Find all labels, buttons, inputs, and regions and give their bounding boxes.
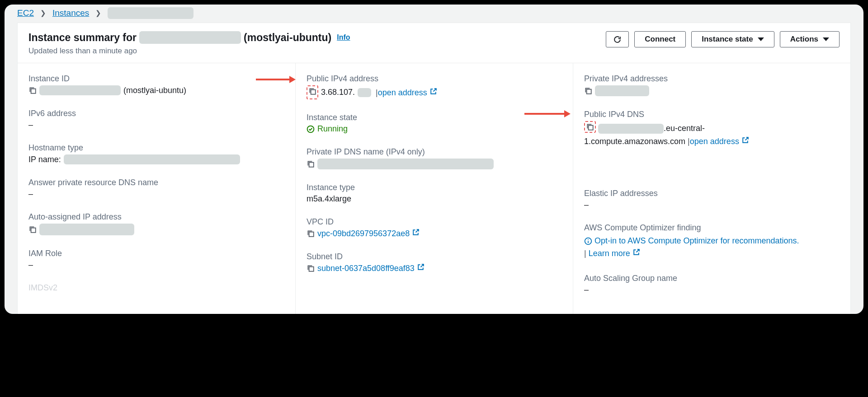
label-subnet-id: Subnet ID bbox=[307, 252, 562, 262]
breadcrumb-instances[interactable]: Instances bbox=[52, 8, 89, 18]
breadcrumb-instance-id-redacted bbox=[108, 7, 193, 19]
copy-icon[interactable] bbox=[307, 264, 315, 272]
info-link[interactable]: Info bbox=[337, 33, 350, 42]
chevron-right-icon: ❯ bbox=[95, 9, 101, 17]
open-address-link[interactable]: open address bbox=[378, 88, 437, 97]
label-instance-state: Instance state bbox=[307, 113, 562, 122]
label-hostname-type: Hostname type bbox=[28, 143, 284, 153]
copy-icon[interactable] bbox=[307, 160, 315, 168]
optimizer-link[interactable]: Opt-in to AWS Compute Optimizer for reco… bbox=[594, 236, 799, 245]
svg-rect-4 bbox=[311, 90, 316, 94]
external-link-icon bbox=[412, 229, 420, 236]
copy-icon[interactable] bbox=[584, 87, 592, 95]
value-answer-dns: – bbox=[28, 189, 284, 199]
caret-down-icon bbox=[758, 37, 764, 41]
svg-rect-8 bbox=[309, 267, 314, 271]
copy-icon[interactable] bbox=[308, 87, 316, 95]
status-running: Running bbox=[307, 124, 348, 134]
chevron-right-icon: ❯ bbox=[40, 9, 46, 17]
value-ipv6: – bbox=[28, 120, 284, 130]
copy-icon[interactable] bbox=[28, 86, 37, 94]
svg-rect-1 bbox=[31, 228, 36, 233]
learn-more-link[interactable]: Learn more bbox=[589, 249, 640, 258]
svg-rect-9 bbox=[587, 89, 591, 94]
svg-rect-0 bbox=[31, 89, 36, 93]
page-title: Instance summary for (mostlyai-ubuntu) I… bbox=[28, 31, 350, 44]
refresh-button[interactable] bbox=[606, 31, 629, 47]
label-asg: Auto Scaling Group name bbox=[584, 274, 840, 283]
caret-down-icon bbox=[823, 37, 829, 41]
value-instance-type: m5a.4xlarge bbox=[307, 194, 562, 204]
actions-button[interactable]: Actions bbox=[780, 31, 840, 47]
value-asg: – bbox=[584, 285, 840, 294]
label-public-dns: Public IPv4 DNS bbox=[584, 110, 840, 119]
info-circle-icon bbox=[584, 237, 592, 245]
label-auto-ip: Auto-assigned IP address bbox=[28, 212, 284, 222]
instance-summary-panel: Instance summary for (mostlyai-ubuntu) I… bbox=[17, 23, 851, 314]
open-address-link[interactable]: open address bbox=[690, 137, 749, 146]
title-instance-id-redacted bbox=[139, 31, 241, 44]
label-instance-id: Instance ID bbox=[28, 74, 284, 84]
label-iam-role: IAM Role bbox=[28, 249, 284, 258]
label-ipv6: IPv6 address bbox=[28, 109, 284, 118]
label-elastic-ip: Elastic IP addresses bbox=[584, 189, 840, 198]
public-ipv4-redacted bbox=[358, 88, 371, 97]
value-iam-role: – bbox=[28, 260, 284, 270]
svg-rect-7 bbox=[309, 232, 314, 237]
last-updated: Updated less than a minute ago bbox=[28, 47, 350, 56]
vpc-link[interactable]: vpc-09bd2697956372ae8 bbox=[317, 229, 420, 238]
svg-rect-6 bbox=[309, 163, 314, 167]
instance-id-redacted bbox=[39, 85, 121, 95]
auto-ip-redacted bbox=[39, 224, 134, 235]
hostname-redacted bbox=[64, 154, 240, 164]
breadcrumb: EC2 ❯ Instances ❯ bbox=[5, 5, 863, 23]
annotation-highlight bbox=[584, 121, 596, 133]
label-public-ipv4: Public IPv4 address bbox=[307, 74, 562, 84]
external-link-icon bbox=[741, 136, 749, 144]
svg-point-14 bbox=[588, 239, 589, 240]
public-dns-redacted bbox=[598, 124, 664, 134]
subnet-link[interactable]: subnet-0637a5d08ff9eaf83 bbox=[317, 263, 425, 273]
external-link-icon bbox=[429, 88, 437, 95]
refresh-icon bbox=[613, 36, 621, 43]
copy-icon[interactable] bbox=[307, 229, 315, 238]
connect-button[interactable]: Connect bbox=[634, 31, 686, 47]
copy-icon[interactable] bbox=[586, 123, 594, 131]
private-dns-redacted bbox=[317, 159, 494, 169]
label-private-ipv4: Private IPv4 addresses bbox=[584, 74, 840, 84]
private-ipv4-redacted bbox=[595, 85, 649, 96]
copy-icon[interactable] bbox=[28, 225, 37, 234]
label-vpc-id: VPC ID bbox=[307, 217, 562, 227]
check-circle-icon bbox=[307, 125, 315, 133]
annotation-highlight bbox=[307, 85, 318, 99]
label-imds: IMDSv2 bbox=[28, 283, 284, 293]
label-answer-dns: Answer private resource DNS name bbox=[28, 178, 284, 187]
label-private-dns: Private IP DNS name (IPv4 only) bbox=[307, 147, 562, 157]
value-elastic-ip: – bbox=[584, 200, 840, 210]
label-instance-type: Instance type bbox=[307, 183, 562, 192]
instance-state-button[interactable]: Instance state bbox=[691, 31, 774, 47]
svg-rect-12 bbox=[589, 126, 593, 130]
external-link-icon bbox=[632, 248, 640, 256]
external-link-icon bbox=[417, 263, 425, 271]
label-optimizer: AWS Compute Optimizer finding bbox=[584, 223, 840, 233]
breadcrumb-ec2[interactable]: EC2 bbox=[17, 8, 34, 18]
